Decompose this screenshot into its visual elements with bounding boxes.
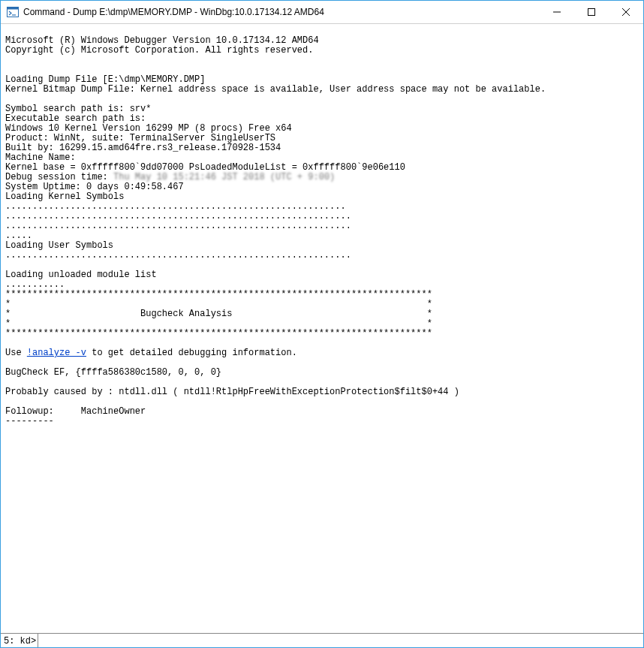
svg-rect-1 [8, 8, 19, 10]
window-buttons [540, 1, 643, 23]
output-text-3: to get detailed debugging information. B… [5, 348, 459, 426]
window-title: Command - Dump E:\dmp\MEMORY.DMP - WinDb… [23, 7, 540, 17]
output-text-1: Microsoft (R) Windows Debugger Version 1… [5, 35, 546, 173]
debug-session-prefix: Debug session time: [5, 172, 113, 182]
maximize-button[interactable] [574, 1, 609, 23]
prompt-bar: 5: kd> [1, 633, 643, 647]
close-button[interactable] [609, 1, 643, 23]
debugger-output[interactable]: Microsoft (R) Windows Debugger Version 1… [1, 24, 643, 633]
titlebar[interactable]: Command - Dump E:\dmp\MEMORY.DMP - WinDb… [1, 1, 643, 24]
analyze-link[interactable]: !analyze -v [27, 348, 86, 358]
prompt-label: 5: kd> [1, 634, 38, 647]
debug-session-time: Thu May 10 15:21:46 JST 2018 (UTC + 9:00… [113, 172, 335, 182]
content-area: Microsoft (R) Windows Debugger Version 1… [1, 24, 643, 647]
minimize-button[interactable] [540, 1, 574, 23]
svg-rect-4 [588, 9, 595, 16]
command-input[interactable] [38, 634, 643, 647]
windbg-command-window: Command - Dump E:\dmp\MEMORY.DMP - WinDb… [0, 0, 644, 648]
app-icon [7, 6, 19, 18]
output-text-2: System Uptime: 0 days 0:49:58.467 Loadin… [5, 182, 432, 358]
